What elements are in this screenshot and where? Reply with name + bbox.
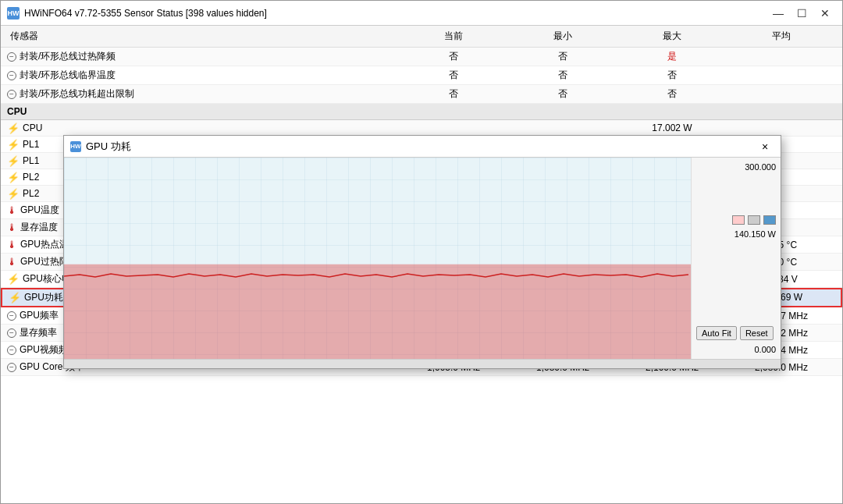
chart-max-label: 300.000	[696, 162, 776, 172]
chart-scrollbar[interactable]	[64, 359, 781, 368]
chart-area	[64, 158, 691, 359]
header-sensor: 传感器	[7, 28, 399, 44]
gpu-power-popup: HW GPU 功耗 ×	[63, 135, 781, 369]
collapse-icon[interactable]: −	[7, 52, 16, 62]
table-row: −封装/环形总线功耗超出限制 否 否 否	[1, 85, 842, 104]
cpu-section-label: CPU	[7, 106, 27, 117]
window-controls: — ☐ ✕	[767, 5, 836, 22]
gpu-power-label: GPU功耗	[24, 291, 63, 304]
collapse-icon[interactable]: −	[7, 346, 16, 355]
table-row: ⚡CPU 17.002 W	[1, 120, 842, 137]
popup-body: 300.000 140.150 W Auto Fit Reset 0.000	[64, 158, 781, 359]
chart-min-label: 0.000	[696, 345, 776, 354]
thermometer-icon: 🌡	[7, 256, 17, 268]
color-swatch-1	[732, 215, 745, 225]
minimize-button[interactable]: —	[767, 5, 789, 22]
header-avg: 平均	[727, 28, 836, 44]
table-header: 传感器 当前 最小 最大 平均	[1, 26, 842, 48]
power-area	[64, 264, 691, 359]
lightning-icon: ⚡	[7, 155, 20, 167]
popup-close-button[interactable]: ×	[756, 139, 774, 154]
thermometer-icon: 🌡	[7, 204, 17, 216]
thermometer-icon: 🌡	[7, 222, 17, 233]
popup-sidebar: 300.000 140.150 W Auto Fit Reset 0.000	[691, 158, 781, 359]
collapse-icon[interactable]: −	[7, 311, 16, 321]
color-legend	[696, 215, 776, 225]
header-min: 最小	[508, 28, 617, 44]
close-button[interactable]: ✕	[814, 5, 836, 22]
header-current: 当前	[399, 28, 508, 44]
header-max: 最大	[617, 28, 727, 44]
app-icon: HW	[7, 7, 20, 20]
thermometer-icon: 🌡	[7, 239, 17, 250]
table-row: −封装/环形总线过热降频 否 否 是	[1, 48, 842, 66]
lightning-icon: ⚡	[7, 172, 20, 183]
lightning-icon: ⚡	[7, 139, 20, 151]
color-swatch-3	[763, 215, 776, 225]
table-row: −封装/环形总线临界温度 否 否 否	[1, 66, 842, 85]
collapse-icon[interactable]: −	[7, 328, 16, 338]
popup-app-icon: HW	[70, 141, 81, 152]
lightning-icon: ⚡	[7, 188, 20, 200]
title-bar: HW HWiNFO64 v7.72-5355 Sensor Status [39…	[1, 1, 842, 26]
color-swatch-2	[748, 215, 760, 225]
chart-svg	[64, 158, 691, 359]
collapse-icon[interactable]: −	[7, 363, 16, 372]
window-title: HWiNFO64 v7.72-5355 Sensor Status [398 v…	[24, 8, 267, 19]
lightning-icon: ⚡	[7, 122, 20, 134]
collapse-icon[interactable]: −	[7, 71, 16, 80]
popup-title: GPU 功耗	[86, 140, 131, 154]
collapse-icon[interactable]: −	[7, 90, 16, 99]
main-window: HW HWiNFO64 v7.72-5355 Sensor Status [39…	[0, 0, 843, 504]
reset-button[interactable]: Reset	[740, 326, 774, 340]
cpu-section-header: CPU	[1, 104, 842, 120]
chart-controls: Auto Fit Reset	[696, 326, 776, 340]
content-area: 传感器 当前 最小 最大 平均 −封装/环形总线过热降频 否 否 是 −封装/环…	[1, 26, 842, 503]
popup-title-bar: HW GPU 功耗 ×	[64, 136, 781, 158]
auto-fit-button[interactable]: Auto Fit	[696, 326, 737, 340]
chart-current-label: 140.150 W	[696, 229, 776, 239]
lightning-icon: ⚡	[9, 292, 21, 303]
maximize-button[interactable]: ☐	[791, 5, 813, 22]
lightning-icon: ⚡	[7, 273, 20, 285]
